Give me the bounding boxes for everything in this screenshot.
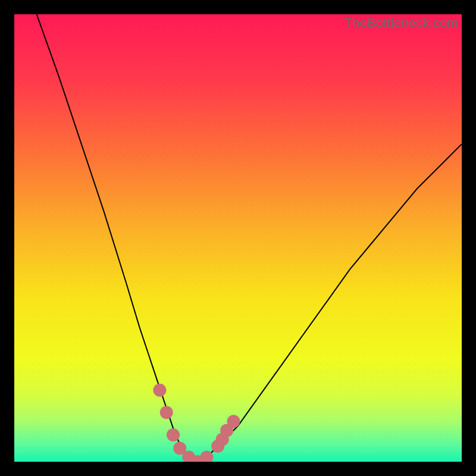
curve-marker bbox=[227, 415, 240, 428]
curve-marker bbox=[160, 406, 173, 419]
curve-marker bbox=[153, 384, 166, 397]
bottleneck-chart bbox=[14, 14, 462, 462]
watermark-text: TheBottleneck.com bbox=[344, 15, 458, 31]
curve-marker bbox=[167, 428, 180, 441]
gradient-background bbox=[14, 14, 462, 462]
chart-frame: TheBottleneck.com bbox=[14, 14, 462, 462]
